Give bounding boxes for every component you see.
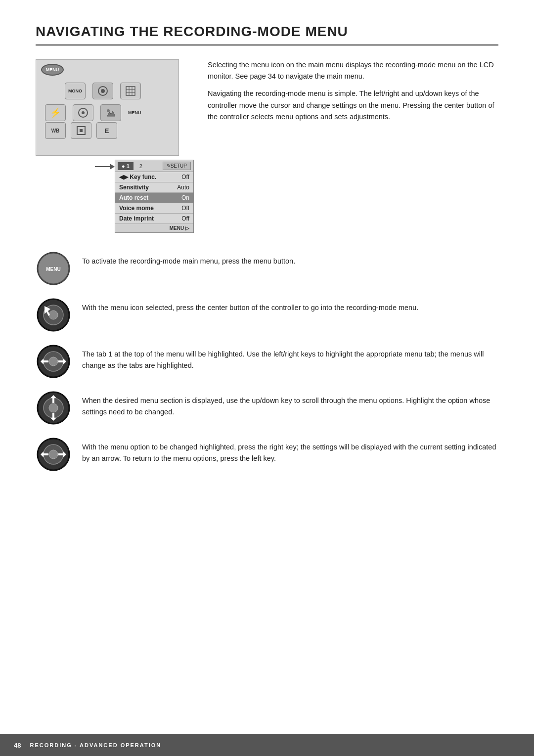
camera-icon-flash: ⚡: [45, 104, 66, 121]
camera-icon-mono: MONO: [65, 83, 86, 99]
menu-value-dateimprint: Off: [181, 215, 189, 222]
step-icon-5: [36, 437, 71, 472]
step-text-4: When the desired menu section is display…: [82, 390, 498, 418]
menu-row-voicemome: Voice mome Off: [115, 203, 193, 214]
step-text-1: To activate the recording-mode main menu…: [82, 251, 498, 267]
svg-rect-2: [126, 87, 135, 95]
menu-tabs: ●1 2 ✎SETUP: [115, 160, 193, 172]
step-row-1: MENU To activate the recording-mode main…: [36, 251, 498, 286]
camera-diagram: MENU MONO: [36, 59, 194, 233]
menu-label-keyfunc: ◀▶ Key func.: [119, 174, 181, 180]
step-row-3: The tab 1 at the top of the menu will be…: [36, 344, 498, 379]
menu-tab-1: ●1: [118, 162, 134, 170]
menu-row-keyfunc: ◀▶ Key func. Off: [115, 172, 193, 182]
menu-label-voicemome: Voice mome: [119, 205, 181, 212]
camera-icon-e: E: [96, 122, 117, 139]
step-icon-2: [36, 297, 71, 333]
menu-tab-2: 2: [135, 162, 146, 170]
menu-row-sensitivity: Sensitivity Auto: [115, 182, 193, 193]
svg-point-8: [82, 111, 85, 114]
page-title: Navigating the Recording-Mode Menu: [36, 24, 498, 45]
bottom-bar: 48 Recording - Advanced Operation: [0, 734, 534, 756]
camera-icon-wb: WB: [45, 122, 66, 139]
step-row-4: When the desired menu section is display…: [36, 390, 498, 426]
camera-icon-bracket: [71, 122, 91, 139]
step-text-3: The tab 1 at the top of the menu will be…: [82, 344, 498, 371]
menu-value-voicemome: Off: [181, 205, 189, 212]
camera-image: MENU MONO: [36, 59, 179, 156]
menu-sublabel: MENU: [128, 110, 141, 115]
menu-row-autoreset: Auto reset On: [115, 193, 193, 203]
step-row-5: With the menu option to be changed highl…: [36, 437, 498, 472]
camera-icon-af: [92, 83, 113, 99]
menu-footer: MENU ▷: [115, 224, 193, 232]
steps-section: MENU To activate the recording-mode main…: [36, 251, 498, 472]
step-text-2: With the menu icon selected, press the c…: [82, 297, 498, 313]
svg-point-9: [107, 109, 110, 112]
step-row-2: With the menu icon selected, press the c…: [36, 297, 498, 333]
svg-point-30: [49, 450, 58, 459]
menu-label-sensitivity: Sensitivity: [119, 184, 177, 191]
camera-icons-row1: MONO: [65, 83, 141, 99]
menu-label-dateimprint: Date imprint: [119, 215, 181, 222]
svg-text:MENU: MENU: [46, 267, 60, 272]
menu-panel: ●1 2 ✎SETUP ◀▶ Key func. Off Sensitivity…: [115, 160, 194, 233]
svg-rect-11: [80, 129, 83, 132]
top-section: MENU MONO: [36, 59, 498, 233]
page-number: 48: [14, 742, 21, 749]
camera-icon-mode: [73, 104, 93, 121]
menu-value-keyfunc: Off: [181, 174, 189, 180]
menu-button-camera: MENU: [41, 64, 64, 76]
menu-label-autoreset: Auto reset: [119, 194, 181, 201]
camera-icon-grid: [120, 83, 141, 99]
camera-icons-row2: ⚡ MENU: [45, 104, 141, 121]
step-text-5: With the menu option to be changed highl…: [82, 437, 498, 464]
camera-bottom-row: WB E: [45, 122, 117, 139]
svg-point-20: [49, 357, 58, 366]
svg-point-16: [49, 311, 58, 319]
intro-paragraph-2: Navigating the recording-mode menu is si…: [208, 88, 498, 123]
menu-tab-setup: ✎SETUP: [163, 162, 191, 170]
menu-row-dateimprint: Date imprint Off: [115, 214, 193, 224]
svg-point-25: [49, 403, 58, 412]
step-icon-1: MENU: [36, 251, 71, 286]
arrow-connector: [95, 164, 115, 170]
step-icon-4: [36, 390, 71, 426]
menu-value-sensitivity: Auto: [177, 184, 189, 191]
step-icon-3: [36, 344, 71, 379]
camera-icon-scene: [100, 104, 121, 121]
bar-label: Recording - Advanced Operation: [30, 742, 161, 748]
svg-point-1: [101, 89, 105, 93]
menu-value-autoreset: On: [181, 194, 189, 201]
intro-paragraph-1: Selecting the menu icon on the main menu…: [208, 59, 498, 82]
intro-text: Selecting the menu icon on the main menu…: [208, 59, 498, 233]
